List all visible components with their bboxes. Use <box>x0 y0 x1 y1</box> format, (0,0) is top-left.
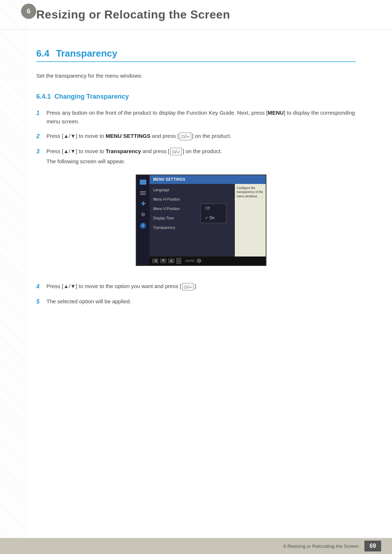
sidebar-gear-icon: ⚙ <box>139 212 147 218</box>
menu-key: MENU <box>268 110 284 116</box>
off-label: Off <box>205 206 210 212</box>
button-icon-3: □/↵ <box>170 148 182 156</box>
section-title: Transparency <box>56 48 117 59</box>
hatched-border <box>0 0 27 554</box>
enter-btn: ↵ <box>176 258 181 264</box>
section-number: 6.4 <box>36 48 49 59</box>
screen-mockup: ✛ ⚙ i MENU SETTINGS <box>136 175 266 266</box>
footer-page-number: 69 <box>364 541 381 551</box>
cross-icon: ✛ <box>141 199 146 209</box>
step-1-content: Press any button on the front of the pro… <box>46 108 356 126</box>
screen-mockup-wrapper: ✛ ⚙ i MENU SETTINGS <box>46 175 356 266</box>
sidebar-lines-icon <box>139 190 147 196</box>
screen-sidebar: ✛ ⚙ i <box>136 175 150 266</box>
footer-chapter-text: 6 Resizing or Relocating the Screen <box>283 543 359 549</box>
h-position-label: Menu H-Position <box>153 197 234 202</box>
dropdown-off: Off <box>201 204 226 213</box>
up-arrow-icon <box>170 260 173 262</box>
main-content: 6.4 Transparency Set the transparency fo… <box>0 30 392 538</box>
step-1: 1 Press any button on the front of the p… <box>36 108 356 126</box>
screen-appear-text: The following screen will appear. <box>46 157 125 166</box>
sidebar-cross-icon: ✛ <box>139 201 147 207</box>
step-5-content: The selected option will be applied. <box>46 297 356 306</box>
line-2 <box>140 193 146 193</box>
step-number-2: 2 <box>36 132 46 141</box>
checkmark-icon: ✓ <box>205 215 208 221</box>
left-btn <box>152 259 158 263</box>
screen-main-content: Language English Menu H-Position <box>150 184 266 257</box>
tooltip-text: Configure the transparency of the menu w… <box>237 186 263 198</box>
step-3: 3 Press [▲/▼] to move to Transparency an… <box>36 147 356 276</box>
step-number-5: 5 <box>36 297 46 307</box>
screen-bottom-bar: ↵ AUTO ⏻ <box>150 257 266 266</box>
down-arrow-icon <box>162 260 165 262</box>
lines-icon <box>140 191 146 195</box>
left-arrow-icon <box>155 259 156 262</box>
sidebar-monitor-icon <box>139 179 147 185</box>
info-icon: i <box>140 223 146 229</box>
power-icon: ⏻ <box>197 259 201 263</box>
step-number-3: 3 <box>36 147 46 156</box>
section-description: Set the transparency for the menu window… <box>36 71 356 80</box>
button-icon-2: □/↵ <box>180 132 191 140</box>
chapter-circle: 6 <box>21 4 36 19</box>
monitor-icon <box>140 180 146 185</box>
step-3-content: Press [▲/▼] to move to Transparency and … <box>46 147 356 276</box>
step-5: 5 The selected option will be applied. <box>36 297 356 307</box>
step-number-1: 1 <box>36 108 46 118</box>
on-label: On <box>209 215 214 221</box>
line-1 <box>140 191 146 192</box>
steps-list: 1 Press any button on the front of the p… <box>36 108 356 307</box>
subsection-heading: 6.4.1 Changing Transparency <box>36 93 356 100</box>
step-2-content: Press [▲/▼] to move to MENU SETTINGS and… <box>46 132 356 140</box>
up-btn <box>168 259 174 263</box>
step-4-content: Press [▲/▼] to move to the option you wa… <box>46 282 356 291</box>
menu-title-bar: MENU SETTINGS <box>150 175 266 184</box>
menu-settings-label: MENU SETTINGS <box>106 133 150 139</box>
line-3 <box>140 194 146 195</box>
step-number-4: 4 <box>36 282 46 291</box>
gear-icon: ⚙ <box>141 210 146 218</box>
dropdown-on: ✓ On <box>201 213 226 223</box>
dropdown-overlay: Off ✓ On <box>200 204 226 223</box>
subsection-title: Changing Transparency <box>54 93 129 100</box>
step-4: 4 Press [▲/▼] to move to the option you … <box>36 282 356 291</box>
sidebar-info-icon: i <box>139 222 147 229</box>
section-6-4-heading: 6.4 Transparency <box>36 48 356 59</box>
button-icon-4: □/↵ <box>182 283 194 291</box>
step-2: 2 Press [▲/▼] to move to MENU SETTINGS a… <box>36 132 356 141</box>
configure-tooltip: Configure the transparency of the menu w… <box>235 184 266 257</box>
chapter-number: 6 <box>27 8 30 15</box>
page-footer: 6 Resizing or Relocating the Screen 69 <box>0 538 392 554</box>
page-title-bar: Resizing or Relocating the Screen <box>0 0 392 30</box>
page-title: Resizing or Relocating the Screen <box>36 8 392 21</box>
auto-text: AUTO <box>185 258 195 263</box>
subsection-number: 6.4.1 <box>36 93 51 100</box>
screen-main-area: MENU SETTINGS Language English <box>150 175 266 257</box>
down-btn <box>160 259 166 263</box>
transparency-label: Transparency <box>106 148 141 154</box>
